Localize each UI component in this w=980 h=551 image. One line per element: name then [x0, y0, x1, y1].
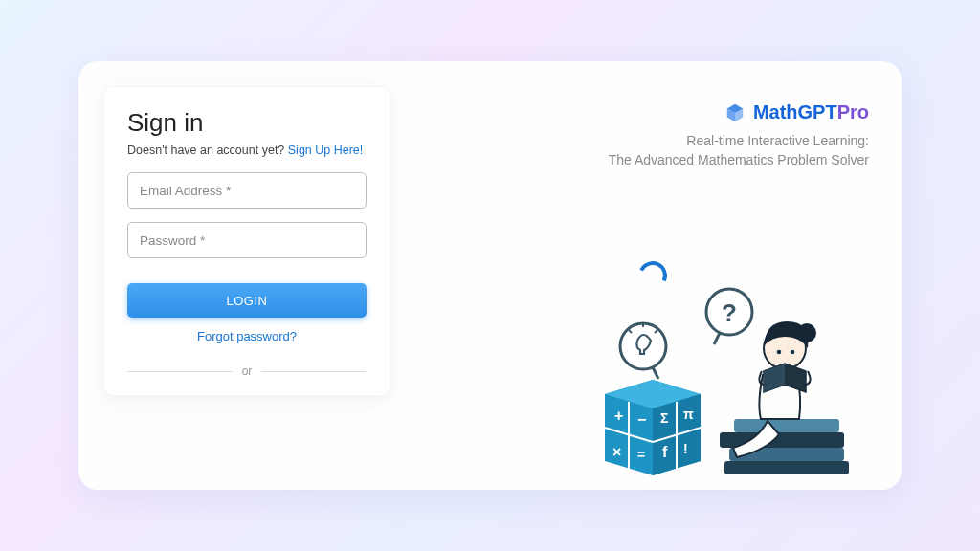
left-panel: Sign in Doesn't have an account yet? Sig… — [78, 61, 404, 490]
question-bubble-icon: ? — [706, 289, 752, 344]
brand: MathGPTPro — [724, 101, 869, 123]
signin-title: Sign in — [127, 108, 367, 138]
illustration: + − × = Σ π f ! ? — [576, 279, 892, 490]
right-panel: MathGPTPro Real-time Interactive Learnin… — [404, 61, 902, 490]
signin-box: Sign in Doesn't have an account yet? Sig… — [103, 86, 390, 396]
svg-text:−: − — [637, 411, 646, 428]
svg-point-23 — [620, 323, 666, 369]
svg-text:!: ! — [683, 441, 688, 456]
signup-link[interactable]: Sign Up Here! — [288, 143, 364, 157]
svg-text:π: π — [683, 407, 694, 422]
svg-point-6 — [777, 350, 782, 355]
login-card: Sign in Doesn't have an account yet? Sig… — [78, 61, 902, 490]
divider-label: or — [233, 364, 262, 378]
email-field[interactable] — [127, 172, 367, 209]
signup-prompt: Doesn't have an account yet? Sign Up Her… — [127, 143, 367, 157]
lightbulb-bubble-icon — [620, 323, 666, 379]
svg-rect-3 — [734, 419, 839, 432]
svg-text:×: × — [612, 444, 621, 460]
svg-point-7 — [791, 350, 795, 355]
tagline-line-2: The Advanced Mathematics Problem Solver — [609, 150, 869, 169]
svg-text:+: + — [614, 408, 623, 424]
divider-or: or — [127, 364, 367, 378]
forgot-password-link[interactable]: Forgot password? — [127, 329, 367, 343]
login-button[interactable]: LOGIN — [127, 283, 367, 318]
brand-cube-icon — [724, 102, 746, 123]
svg-point-5 — [797, 323, 816, 342]
svg-text:?: ? — [722, 298, 737, 327]
tagline-line-1: Real-time Interactive Learning: — [609, 131, 869, 150]
svg-text:=: = — [637, 447, 645, 462]
svg-text:f: f — [662, 444, 668, 460]
brand-name-b: Pro — [837, 101, 869, 122]
tagline: Real-time Interactive Learning: The Adva… — [609, 131, 869, 170]
password-field[interactable] — [127, 222, 367, 258]
brand-name: MathGPTPro — [753, 101, 869, 123]
svg-text:Σ: Σ — [660, 410, 668, 426]
math-cube-icon: + − × = Σ π f ! — [605, 380, 701, 475]
svg-rect-0 — [724, 461, 849, 474]
signup-text: Doesn't have an account yet? — [127, 143, 288, 157]
brand-name-a: MathGPT — [753, 101, 837, 122]
